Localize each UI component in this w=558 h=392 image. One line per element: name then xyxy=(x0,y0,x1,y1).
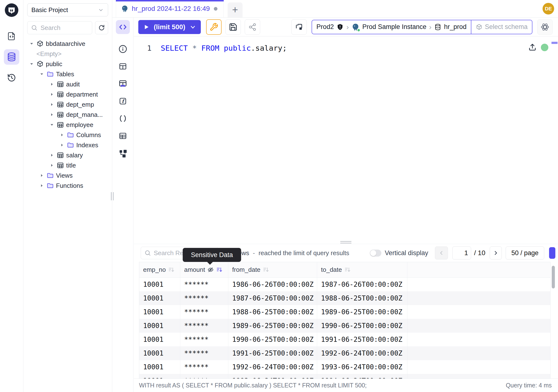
column-header-amount[interactable]: amount xyxy=(180,262,228,277)
sql-code: SELECT * FROM public.salary; xyxy=(161,44,287,52)
tree-item-salary[interactable]: salary xyxy=(27,150,108,160)
caret-right-icon[interactable] xyxy=(39,183,44,188)
tree-item-dept-mana[interactable]: dept_mana... xyxy=(27,110,108,120)
sort-icon-active[interactable] xyxy=(216,267,223,273)
select-schema-button[interactable]: Select schema xyxy=(471,20,532,34)
tree-item-label: Columns xyxy=(76,131,101,139)
caret-down-icon[interactable] xyxy=(39,72,44,77)
caret-down-icon[interactable] xyxy=(29,41,34,46)
function-icon: f xyxy=(119,97,127,105)
info-button[interactable] xyxy=(118,40,127,58)
sql-editor[interactable]: 1 SELECT * FROM public.salary; xyxy=(134,36,558,240)
caret-right-icon[interactable] xyxy=(49,112,54,117)
sidebar-search-input[interactable]: Search xyxy=(27,21,92,34)
page-number-input[interactable]: 1 xyxy=(452,246,471,260)
tree-item-bbdataarchive[interactable]: bbdataarchive xyxy=(27,39,108,49)
table-icon xyxy=(119,62,127,71)
caret-down-icon[interactable] xyxy=(49,122,54,127)
column-header-from-date[interactable]: from_date xyxy=(228,262,317,277)
history-nav-button[interactable] xyxy=(4,70,19,86)
schema-tree: bbdataarchive<Empty>publicTablesauditdep… xyxy=(27,39,108,191)
tree-item-columns[interactable]: Columns xyxy=(27,130,108,140)
tree-item-department[interactable]: department xyxy=(27,89,108,99)
format-sql-button[interactable] xyxy=(206,19,222,35)
tab-hr-prod[interactable]: hr_prod 2024-11-22 16:49 xyxy=(116,0,224,17)
caret-right-icon[interactable] xyxy=(49,153,54,158)
project-select[interactable]: Basic Project xyxy=(27,3,108,17)
table-row[interactable]: 10001******1989-06-25T00:00:00Z1990-06-2… xyxy=(139,319,550,333)
batch-query-button[interactable] xyxy=(291,19,307,35)
chevron-right-icon xyxy=(493,250,499,256)
page-total: / 10 xyxy=(474,249,485,257)
save-sheet-button[interactable] xyxy=(226,19,241,35)
views-panel-button[interactable] xyxy=(119,127,127,145)
upload-sql-icon[interactable] xyxy=(528,43,537,52)
sensitive-data-panel-button[interactable] xyxy=(118,75,127,92)
table-row[interactable]: 10001******1990-06-25T00:00:00Z1991-06-2… xyxy=(139,333,550,346)
sort-icon[interactable] xyxy=(168,267,174,273)
share-button[interactable] xyxy=(245,19,260,35)
caret-right-icon[interactable] xyxy=(59,132,65,137)
tree-item-dept-emp[interactable]: dept_emp xyxy=(27,99,108,110)
table-cell: 10001 xyxy=(139,346,180,360)
caret-right-icon[interactable] xyxy=(59,143,65,148)
results-scrollbar-thumb[interactable] xyxy=(552,266,555,288)
new-tab-button[interactable]: + xyxy=(227,2,243,17)
caret-right-icon[interactable] xyxy=(49,102,54,107)
table-row[interactable]: 10001******1988-06-25T00:00:00Z1989-06-2… xyxy=(139,305,550,319)
tree-item-tables[interactable]: Tables xyxy=(27,69,108,79)
functions-panel-button[interactable]: f xyxy=(119,92,127,110)
caret-right-icon[interactable] xyxy=(39,173,44,178)
database-label: hr_prod xyxy=(444,23,467,31)
tree-item-empty[interactable]: <Empty> xyxy=(27,49,108,59)
vertical-display-toggle[interactable] xyxy=(370,250,381,257)
page-size-select[interactable]: 50 / page xyxy=(506,246,544,260)
sidebar-resize-handle[interactable] xyxy=(111,192,113,200)
table-cell xyxy=(407,291,550,305)
tree-item-public[interactable]: public xyxy=(27,59,108,69)
tree-item-employee[interactable]: employee xyxy=(27,120,108,130)
ai-assistant-button[interactable] xyxy=(537,19,553,35)
run-query-button[interactable]: (limit 500) xyxy=(138,20,201,34)
procedures-panel-button[interactable] xyxy=(119,110,127,127)
panel-splitter[interactable] xyxy=(134,240,558,244)
worksheet-nav-button[interactable] xyxy=(4,28,19,44)
table-row[interactable]: 10001******1991-06-25T00:00:00Z1992-06-2… xyxy=(139,346,550,360)
tree-item-indexes[interactable]: Indexes xyxy=(27,140,108,150)
code-view-button[interactable] xyxy=(116,20,130,34)
sort-icon[interactable] xyxy=(262,267,269,273)
sort-icon[interactable] xyxy=(344,267,351,273)
tree-item-functions[interactable]: Functions xyxy=(27,181,108,191)
tree-item-title[interactable]: title xyxy=(27,160,108,170)
table-row[interactable]: 10001******1987-06-26T00:00:00Z1988-06-2… xyxy=(139,291,550,305)
tree-item-views[interactable]: Views xyxy=(27,170,108,181)
caret-down-icon[interactable] xyxy=(29,61,34,66)
eye-off-icon[interactable] xyxy=(207,267,214,273)
column-header-to-date[interactable]: to_date xyxy=(317,262,407,277)
tables-panel-button[interactable] xyxy=(119,58,127,75)
next-page-button[interactable] xyxy=(490,246,502,260)
table-cell: 1994-06-24T00:00:00Z xyxy=(317,374,407,378)
table-icon xyxy=(57,81,64,88)
caret-right-icon[interactable] xyxy=(49,92,54,97)
database-nav-button[interactable] xyxy=(4,49,19,65)
export-button[interactable] xyxy=(549,247,555,259)
table-cell: ****** xyxy=(180,305,228,319)
table-row[interactable]: 10001******1993-06-24T00:00:00Z1994-06-2… xyxy=(139,374,550,378)
schema-diagram-button[interactable] xyxy=(119,145,127,162)
avatar[interactable]: DE xyxy=(542,3,554,15)
table-cell: 1993-06-24T00:00:00Z xyxy=(317,360,407,374)
tree-item-audit[interactable]: audit xyxy=(27,79,108,89)
column-header-emp-no[interactable]: emp_no xyxy=(139,262,180,277)
bytebase-logo-icon[interactable] xyxy=(5,3,18,17)
caret-right-icon[interactable] xyxy=(49,82,54,87)
refresh-button[interactable] xyxy=(95,21,108,34)
connection-context[interactable]: Prod2 › Prod Sample Instance xyxy=(312,20,471,34)
caret-right-icon[interactable] xyxy=(49,163,54,168)
table-cell: ****** xyxy=(180,278,228,291)
tree-item-label: department xyxy=(66,91,98,98)
run-options-chevron-icon[interactable] xyxy=(190,24,196,30)
table-row[interactable]: 10001******1986-06-26T00:00:00Z1987-06-2… xyxy=(139,278,550,291)
prev-page-button[interactable] xyxy=(435,246,448,260)
table-row[interactable]: 10001******1992-06-24T00:00:00Z1993-06-2… xyxy=(139,360,550,374)
